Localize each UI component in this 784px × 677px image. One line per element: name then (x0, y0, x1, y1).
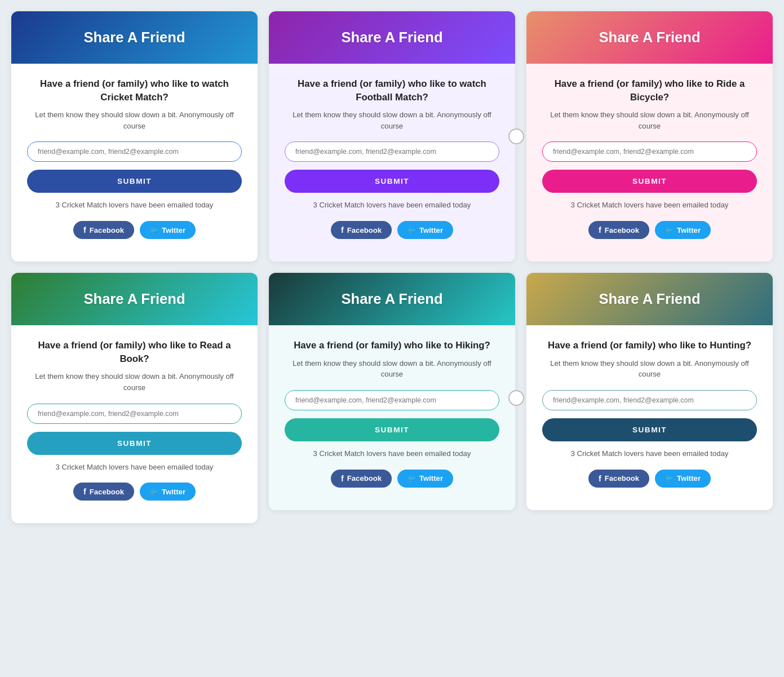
card-header-4: Share A Friend (11, 273, 258, 325)
facebook-button-3[interactable]: Facebook (588, 221, 649, 239)
email-input-4[interactable] (27, 404, 242, 424)
facebook-button-1[interactable]: Facebook (73, 221, 134, 239)
card-desc-2: Let them know they should slow down a bi… (285, 109, 499, 131)
card-subtitle-1: Have a friend (or family) who like to wa… (27, 77, 242, 104)
facebook-icon (83, 487, 86, 496)
card-body-5: Have a friend (or family) who like to Hi… (269, 325, 515, 510)
facebook-icon (341, 474, 344, 483)
card-subtitle-5: Have a friend (or family) who like to Hi… (285, 339, 499, 352)
twitter-label-4: Twitter (162, 488, 185, 496)
card-title-4: Share A Friend (25, 291, 244, 307)
email-input-6[interactable] (542, 390, 757, 410)
facebook-label-1: Facebook (90, 226, 124, 234)
twitter-label-3: Twitter (677, 226, 701, 234)
card-body-6: Have a friend (or family) who like to Hu… (526, 325, 773, 510)
twitter-button-3[interactable]: Twitter (655, 221, 711, 239)
stats-text-2: 3 Cricket Match lovers have been emailed… (285, 200, 499, 211)
card-3: Share A Friend Have a friend (or family)… (526, 11, 773, 262)
stats-text-6: 3 Cricket Match lovers have been emailed… (542, 448, 757, 459)
card-desc-5: Let them know they should slow down a bi… (285, 358, 499, 380)
social-buttons-4: Facebook Twitter (27, 483, 242, 512)
social-buttons-6: Facebook Twitter (542, 470, 757, 499)
email-input-1[interactable] (27, 141, 242, 162)
card-subtitle-4: Have a friend (or family) who like to Re… (27, 339, 242, 365)
facebook-button-2[interactable]: Facebook (331, 221, 392, 239)
twitter-button-2[interactable]: Twitter (397, 221, 453, 239)
social-buttons-3: Facebook Twitter (542, 221, 757, 250)
stats-text-5: 3 Cricket Match lovers have been emailed… (285, 448, 499, 459)
twitter-icon (150, 226, 158, 234)
card-header-1: Share A Friend (11, 11, 258, 64)
social-buttons-1: Facebook Twitter (27, 221, 242, 250)
card-subtitle-6: Have a friend (or family) who like to Hu… (542, 339, 757, 352)
radio-dot-2 (508, 129, 524, 144)
card-desc-3: Let them know they should slow down a bi… (542, 109, 757, 131)
card-header-6: Share A Friend (526, 273, 773, 325)
card-2: Share A Friend Have a friend (or family)… (269, 11, 515, 262)
social-buttons-2: Facebook Twitter (285, 221, 499, 250)
card-body-2: Have a friend (or family) who like to wa… (269, 64, 515, 262)
card-desc-6: Let them know they should slow down a bi… (542, 358, 757, 380)
facebook-button-5[interactable]: Facebook (331, 470, 392, 488)
twitter-icon (407, 226, 416, 234)
radio-dot-5 (508, 390, 524, 406)
card-header-5: Share A Friend (269, 273, 515, 325)
card-title-5: Share A Friend (282, 291, 502, 307)
email-input-3[interactable] (542, 141, 757, 162)
twitter-button-5[interactable]: Twitter (397, 470, 453, 488)
twitter-icon (665, 226, 674, 234)
card-body-3: Have a friend (or family) who like to Ri… (526, 64, 773, 262)
card-subtitle-3: Have a friend (or family) who like to Ri… (542, 77, 757, 104)
facebook-button-4[interactable]: Facebook (73, 483, 134, 501)
card-desc-4: Let them know they should slow down a bi… (27, 371, 242, 393)
facebook-icon (599, 225, 601, 234)
card-title-2: Share A Friend (282, 29, 502, 46)
card-desc-1: Let them know they should slow down a bi… (27, 109, 242, 131)
twitter-button-4[interactable]: Twitter (140, 483, 196, 501)
twitter-icon (407, 474, 416, 483)
stats-text-3: 3 Cricket Match lovers have been emailed… (542, 200, 757, 211)
card-title-1: Share A Friend (25, 29, 244, 46)
twitter-icon (665, 474, 674, 483)
twitter-icon (150, 488, 158, 496)
card-4: Share A Friend Have a friend (or family)… (11, 273, 258, 523)
twitter-label-6: Twitter (677, 474, 701, 483)
facebook-button-6[interactable]: Facebook (588, 470, 649, 488)
twitter-label-1: Twitter (162, 226, 185, 234)
card-title-3: Share A Friend (540, 29, 759, 46)
twitter-button-1[interactable]: Twitter (140, 221, 196, 239)
card-title-6: Share A Friend (540, 291, 759, 307)
submit-button-6[interactable]: SUBMIT (542, 418, 757, 441)
card-1: Share A Friend Have a friend (or family)… (11, 11, 258, 262)
facebook-icon (599, 474, 601, 483)
facebook-label-4: Facebook (90, 488, 124, 496)
stats-text-1: 3 Cricket Match lovers have been emailed… (27, 200, 242, 211)
facebook-label-5: Facebook (347, 474, 382, 483)
submit-button-1[interactable]: SUBMIT (27, 170, 242, 193)
facebook-label-2: Facebook (347, 226, 382, 234)
email-input-5[interactable] (285, 390, 499, 410)
submit-button-3[interactable]: SUBMIT (542, 170, 757, 193)
twitter-label-5: Twitter (419, 474, 443, 483)
facebook-icon (83, 225, 86, 234)
twitter-button-6[interactable]: Twitter (655, 470, 711, 488)
facebook-icon (341, 225, 344, 234)
card-body-1: Have a friend (or family) who like to wa… (11, 64, 258, 262)
card-6: Share A Friend Have a friend (or family)… (526, 273, 773, 510)
facebook-label-3: Facebook (605, 226, 639, 234)
facebook-label-6: Facebook (605, 474, 639, 483)
social-buttons-5: Facebook Twitter (285, 470, 499, 499)
email-input-2[interactable] (285, 141, 499, 162)
card-header-3: Share A Friend (526, 11, 773, 64)
submit-button-2[interactable]: SUBMIT (285, 170, 499, 193)
card-body-4: Have a friend (or family) who like to Re… (11, 325, 258, 523)
twitter-label-2: Twitter (419, 226, 443, 234)
card-5: Share A Friend Have a friend (or family)… (269, 273, 515, 510)
submit-button-5[interactable]: SUBMIT (285, 418, 499, 441)
card-subtitle-2: Have a friend (or family) who like to wa… (285, 77, 499, 104)
card-header-2: Share A Friend (269, 11, 515, 64)
stats-text-4: 3 Cricket Match lovers have been emailed… (27, 462, 242, 473)
submit-button-4[interactable]: SUBMIT (27, 432, 242, 455)
